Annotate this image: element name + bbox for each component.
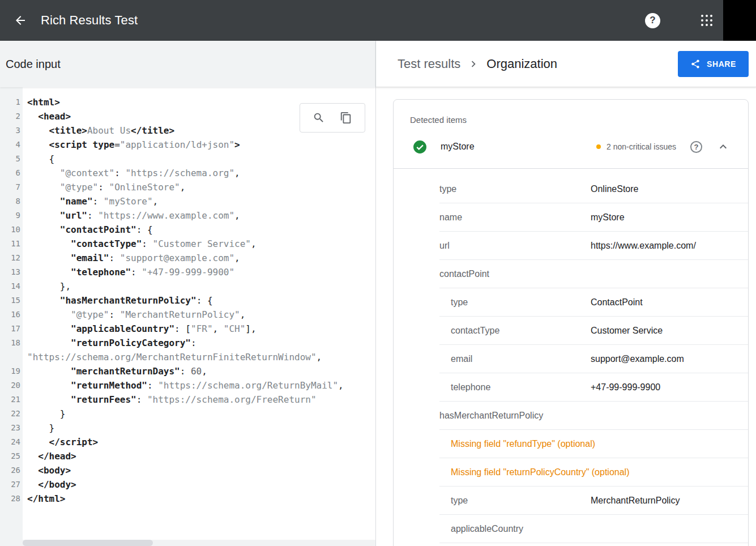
property-row: typeMerchantReturnPolicy: [439, 487, 748, 515]
line-number: 16: [0, 308, 26, 322]
line-number: 25: [0, 449, 26, 463]
code-line-content: <script type="application/ld+json">: [26, 138, 240, 152]
share-button[interactable]: SHARE: [678, 51, 749, 77]
main-content: Code input 1<html>2 <hea: [0, 41, 756, 546]
detected-items-label: Detected items: [394, 100, 748, 125]
line-number: 7: [0, 180, 26, 194]
apps-grid-icon: [701, 15, 712, 26]
code-line-content: "returnPolicyCategory":: [26, 336, 197, 350]
share-icon: [690, 59, 701, 69]
code-line-content: "contactPoint": {: [26, 223, 153, 237]
code-line: 5 {: [0, 152, 375, 166]
code-input-title: Code input: [6, 58, 61, 71]
code-line-content: }: [26, 407, 65, 421]
detected-item-header[interactable]: myStore 2 non-critical issues ?: [394, 125, 748, 168]
code-line-content: <title>About Us</title>: [26, 123, 174, 138]
property-row: telephone+47-99-999-9900: [439, 373, 748, 402]
line-number: 3: [0, 123, 26, 138]
code-line-content: "email": "support@example.com",: [26, 251, 240, 265]
horizontal-scrollbar[interactable]: [23, 540, 375, 546]
line-number: 17: [0, 322, 26, 336]
back-button[interactable]: [8, 8, 33, 33]
line-number: 10: [0, 223, 26, 237]
line-number: 12: [0, 251, 26, 265]
line-number: 4: [0, 138, 26, 152]
profile-area[interactable]: [723, 0, 756, 41]
breadcrumb: Test results Organization: [398, 57, 557, 71]
property-value: support@example.com: [591, 354, 684, 364]
code-line: 10 "contactPoint": {: [0, 223, 375, 237]
code-line-content: <html>: [26, 95, 60, 109]
code-line-content: "@type": "OnlineStore",: [26, 180, 185, 194]
property-value: myStore: [591, 212, 625, 223]
topbar-actions: ?: [645, 0, 756, 41]
code-line-content: "https://schema.org/MerchantReturnFinite…: [26, 350, 322, 364]
code-line: 17 "applicableCountry": ["FR", "CH"],: [0, 322, 375, 336]
code-line-content: "returnFees": "https://schema.org/FreeRe…: [26, 393, 317, 407]
horizontal-scrollbar-thumb[interactable]: [23, 540, 153, 546]
line-number: 6: [0, 166, 26, 180]
help-button[interactable]: ?: [645, 13, 660, 28]
app-header: Rich Results Test ?: [0, 0, 756, 41]
copy-button[interactable]: [337, 109, 355, 127]
property-row: namemyStore: [439, 203, 748, 232]
apps-grid-button[interactable]: [701, 15, 712, 26]
property-row: typeOnlineStore: [439, 175, 748, 203]
warning-text: Missing field "refundType" (optional): [451, 439, 595, 449]
search-button[interactable]: [310, 109, 328, 127]
line-number: 14: [0, 279, 26, 293]
code-editor[interactable]: 1<html>2 <head>3 <title>About Us</title>…: [0, 87, 375, 546]
detected-rows: typeOnlineStorenamemyStoreurlhttps://www…: [439, 169, 748, 543]
code-line-content: "merchantReturnDays": 60,: [26, 364, 207, 378]
line-number: 21: [0, 393, 26, 407]
property-row: contactTypeCustomer Service: [439, 317, 748, 345]
code-line: 4 <script type="application/ld+json">: [0, 138, 375, 152]
property-row: emailsupport@example.com: [439, 345, 748, 373]
code-line-content: {: [26, 152, 54, 166]
code-lines: 1<html>2 <head>3 <title>About Us</title>…: [0, 87, 375, 540]
code-line: 11 "contactType": "Customer Service",: [0, 237, 375, 251]
line-number: 18: [0, 336, 26, 350]
property-value: Customer Service: [591, 326, 663, 336]
code-line-content: "@type": "MerchantReturnPolicy",: [26, 308, 245, 322]
chevron-up-icon[interactable]: [716, 140, 730, 153]
line-number: 23: [0, 421, 26, 435]
breadcrumb-current: Organization: [486, 57, 557, 71]
detected-item-name: myStore: [441, 142, 475, 152]
line-number: 22: [0, 407, 26, 421]
breadcrumb-test-results[interactable]: Test results: [398, 57, 460, 71]
detected-rows-wrap: typeOnlineStorenamemyStoreurlhttps://www…: [394, 168, 748, 543]
code-line-content: </html>: [26, 492, 65, 506]
code-line: 8 "name": "myStore",: [0, 194, 375, 208]
code-line-content: </body>: [26, 477, 76, 492]
code-line: 9 "url": "https://www.example.com",: [0, 208, 375, 223]
line-number: 1: [0, 95, 26, 109]
code-line-content: "name": "myStore",: [26, 194, 158, 208]
help-icon: ?: [645, 13, 660, 28]
line-number: 11: [0, 237, 26, 251]
property-label: type: [439, 496, 591, 506]
code-line-content: </script>: [26, 435, 98, 449]
code-line: 21 "returnFees": "https://schema.org/Fre…: [0, 393, 375, 407]
line-number: 5: [0, 152, 26, 166]
share-button-label: SHARE: [707, 59, 736, 69]
property-value: OnlineStore: [591, 184, 639, 194]
property-label: name: [439, 212, 591, 223]
code-line: 13 "telephone": "+47-99-999-9900": [0, 265, 375, 279]
code-line: 28</html>: [0, 492, 375, 506]
line-number: 13: [0, 265, 26, 279]
results-body: Detected items myStore 2 non-critical is…: [376, 87, 756, 546]
code-line: 20 "returnMethod": "https://schema.org/R…: [0, 378, 375, 393]
line-number: 15: [0, 293, 26, 308]
item-help-icon[interactable]: ?: [690, 141, 702, 153]
app-title: Rich Results Test: [41, 13, 138, 28]
line-number: 26: [0, 463, 26, 477]
warning-row: Missing field "returnPolicyCountry" (opt…: [439, 458, 748, 487]
code-line: 24 </script>: [0, 435, 375, 449]
line-number: 8: [0, 194, 26, 208]
warning-dot-icon: [596, 144, 601, 149]
code-line: "https://schema.org/MerchantReturnFinite…: [0, 350, 375, 364]
code-line: 7 "@type": "OnlineStore",: [0, 180, 375, 194]
property-group-row: hasMerchantReturnPolicy: [439, 402, 748, 430]
line-number: [0, 350, 26, 364]
